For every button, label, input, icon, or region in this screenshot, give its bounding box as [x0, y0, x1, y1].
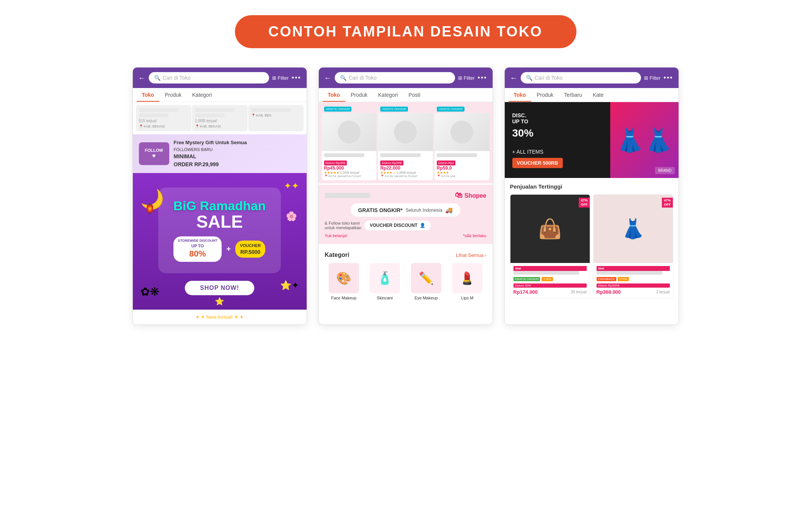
kategori-eye-makeup[interactable]: ✏️ Eye Makeup: [407, 263, 446, 300]
follow-right: Free Mystery Gift Untuk Semua FOLLOWERS …: [174, 139, 247, 168]
pin-icon-1: 📍: [139, 124, 143, 128]
seluruh-text: Seluruh Indonesia: [406, 208, 443, 213]
tab-kate-3[interactable]: Kate: [587, 88, 609, 102]
terjual-1: 36 terjual: [571, 290, 586, 294]
voucher-badge: VOUCHER RP.5000: [235, 241, 265, 257]
shopee-promo: 🛍 Shopee GRATIS ONGKIR* Seluruh Indonesi…: [319, 185, 493, 244]
promo-banner: DISC. UP TO 30% + ALL ITEMS VOUCHER 500R…: [505, 102, 679, 178]
tab-kategori-1[interactable]: Kategori: [187, 88, 217, 102]
new-arrival-text: ✦ ✦ New Arrival! ✦ ✦: [133, 310, 307, 324]
voucher-discount-button[interactable]: VOUCHER DISCOUNT 👤: [364, 220, 431, 230]
product-fashion-2[interactable]: 👗 47% OFF Mall CASHBACK XTRA Dis: [593, 194, 673, 298]
more-options-2[interactable]: •••: [478, 74, 487, 82]
kategori-header: Kategori Lihat Semua ›: [325, 252, 487, 258]
product-preview-3[interactable]: 📍 KAB. BEK: [248, 105, 304, 131]
tab-produk-1[interactable]: Produk: [159, 88, 187, 102]
eye-makeup-img: ✏️: [411, 263, 441, 293]
tab-toko-1[interactable]: Toko: [137, 88, 159, 102]
product-preview-2[interactable]: 1,5RB terjual 📍 KAB. BEKASI: [192, 105, 247, 131]
pin-p2-3: 📍: [437, 175, 441, 178]
panel-3: ← 🔍 Cari di Toko ⊞ Filter ••• Toko Produ…: [504, 67, 679, 325]
product-fashion-info-2: Mall CASHBACK XTRA Diskon Rp50RB Rp368.0…: [594, 263, 673, 298]
location-2: 📍 KAB. BEKASI: [195, 124, 244, 128]
eye-makeup-label: Eye Makeup: [407, 296, 446, 300]
badges-1: GRATIS ONGKIR XTRA: [513, 277, 587, 281]
lihat-semua-button[interactable]: Lihat Semua ›: [456, 252, 486, 258]
tab-produk-2[interactable]: Produk: [345, 88, 373, 102]
product-info-1: Diskon Rp2RB Rp45.000 ★★★★★ 5,5RB terjua…: [322, 151, 377, 180]
voucher-banner-text: VOUCHER 500RB: [512, 158, 563, 168]
plus-sign: +: [226, 245, 231, 253]
voucher-amount: RP.5000: [240, 249, 261, 255]
back-button-3[interactable]: ←: [510, 74, 518, 82]
product-fashion-1[interactable]: 👜 47% OFF Mall GRATIS ONGKIR XTRA: [510, 194, 590, 298]
sold-1: 515 terjual: [139, 119, 188, 123]
voucher-label: VOUCHER: [240, 243, 261, 248]
tab-toko-2[interactable]: Toko: [323, 88, 345, 102]
flower-decoration: 🌸: [286, 211, 297, 222]
back-button-1[interactable]: ←: [138, 74, 146, 82]
panel-1: ← 🔍 Cari di Toko ⊞ Filter ••• Toko Produ…: [132, 67, 307, 325]
product-fashion-img-2: 👗 47% OFF: [594, 195, 673, 263]
minimal-text: MINIMAL: [174, 153, 247, 161]
panel1-content: 515 terjual 📍 KAB. BEKASI 1,5RB terjual …: [133, 102, 307, 324]
filter-button-3[interactable]: ⊞ Filter: [644, 75, 661, 81]
mall-badge-2: Mall: [597, 266, 670, 271]
pin-p2-2: 📍: [380, 175, 384, 178]
lantern-decoration: 🏮: [144, 203, 156, 214]
search-bar-2: ← 🔍 Cari di Toko ⊞ Filter •••: [319, 68, 493, 88]
cashback-badge-2: CASHBACK: [597, 277, 616, 281]
kategori-skincare[interactable]: 🧴 Skincare: [366, 263, 404, 300]
search-input-wrap-1[interactable]: 🔍 Cari di Toko: [149, 72, 269, 83]
product-card-p2-3[interactable]: GRATIS ONGKIR Diskon Rp2 Rp59.0 ★★★★ 📍 K…: [435, 105, 490, 180]
product-info-3: Diskon Rp2 Rp59.0 ★★★★ 📍 KOTA JAK: [435, 151, 490, 180]
pin-p2-1: 📍: [324, 175, 328, 178]
stars-1: ★★★★★ 5,5RB terjual: [324, 171, 375, 175]
kategori-lips[interactable]: 💄 Lips M: [448, 263, 487, 300]
search-input-wrap-3[interactable]: 🔍 Cari di Toko: [521, 72, 641, 83]
search-input-wrap-2[interactable]: 🔍 Cari di Toko: [335, 72, 455, 83]
sold-count-1: 5,5RB: [340, 171, 350, 175]
stars-decoration: ✦✦: [284, 181, 299, 191]
promo-banner-left: DISC. UP TO 30% + ALL ITEMS VOUCHER 500R…: [505, 105, 610, 176]
tab-toko-3[interactable]: Toko: [509, 88, 531, 102]
shop-now-button[interactable]: SHOP NOW!: [185, 281, 254, 295]
face-makeup-label: Face Makeup: [325, 296, 363, 300]
product-info-2: Diskon Rp2RB Rp22.000 ★★★★☆ 2,4RB terjua…: [378, 151, 433, 180]
more-options-3[interactable]: •••: [664, 74, 673, 82]
price-fashion-2: Rp368.000: [597, 289, 621, 295]
follow-voucher-row: & Follow toko kami untuk mendapatkan VOU…: [325, 220, 487, 230]
price-sold-row-2: Rp368.000 2 terjual: [597, 289, 670, 295]
diskon-1: Diskon Rp2RB: [324, 161, 347, 165]
back-button-2[interactable]: ←: [324, 74, 332, 82]
product-card-p2-2[interactable]: GRATIS ONGKIR Diskon Rp2RB Rp22.000 ★★★★…: [378, 105, 433, 180]
search-actions-2: ⊞ Filter •••: [458, 74, 487, 82]
search-icon-3: 🔍: [526, 75, 532, 81]
syarat-text: *s&k berlaku: [463, 233, 487, 238]
discount-num: 80%: [178, 249, 217, 260]
off-badge-1: 47% OFF: [579, 198, 589, 208]
disc-num: 30%: [512, 124, 603, 149]
product-card-p2-1[interactable]: GRATIS ONGKIR Diskon Rp2RB Rp45.000 ★★★★…: [322, 105, 377, 180]
kategori-face-makeup[interactable]: 🎨 Face Makeup: [325, 263, 363, 300]
price-sold-row-1: Rp174.000 36 terjual: [513, 289, 587, 295]
more-options-1[interactable]: •••: [292, 74, 301, 82]
xtra-badge-1: XTRA: [542, 277, 553, 281]
product-preview-1[interactable]: 515 terjual 📍 KAB. BEKASI: [136, 105, 191, 131]
product-grid-fashion: 👜 47% OFF Mall GRATIS ONGKIR XTRA: [510, 194, 673, 298]
sale-text: SALE: [173, 213, 266, 230]
tab-kategori-2[interactable]: Kategori: [373, 88, 403, 102]
tab-posti-2[interactable]: Posti: [403, 88, 425, 102]
xtra-badge-2: XTRA: [618, 277, 629, 281]
product-img-1: [322, 113, 377, 151]
filter-button-1[interactable]: ⊞ Filter: [272, 75, 289, 81]
star-bottom: ⭐: [215, 297, 224, 306]
gratis-badge-3: GRATIS ONGKIR: [437, 107, 465, 112]
tab-terbaru-3[interactable]: Terbaru: [559, 88, 587, 102]
tab-produk-3[interactable]: Produk: [531, 88, 559, 102]
tab-bar-3: Toko Produk Terbaru Kate: [505, 88, 679, 102]
filter-button-2[interactable]: ⊞ Filter: [458, 75, 475, 81]
product-img-3: [435, 113, 490, 151]
shopee-title-blur: [325, 193, 370, 198]
price-fashion-1: Rp174.000: [513, 289, 538, 295]
